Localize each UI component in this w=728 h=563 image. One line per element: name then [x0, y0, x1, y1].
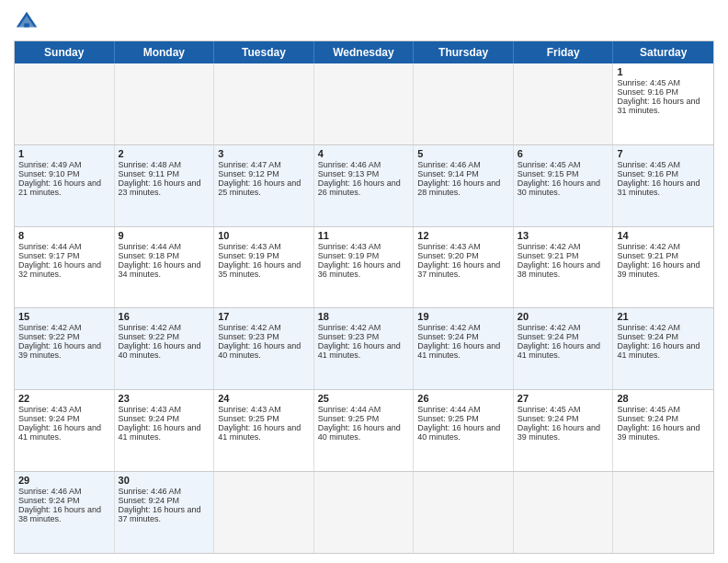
empty-cell: [514, 472, 614, 553]
day-cell-5: 5Sunrise: 4:46 AMSunset: 9:14 PMDaylight…: [414, 145, 514, 226]
daylight: Daylight: 16 hours and 40 minutes.: [218, 341, 301, 360]
day-cell-30: 30Sunrise: 4:46 AMSunset: 9:24 PMDayligh…: [115, 472, 215, 553]
day-number: 30: [119, 475, 210, 486]
sunrise: Sunrise: 4:44 AM: [119, 242, 182, 251]
sunset: Sunset: 9:19 PM: [318, 251, 380, 260]
sunset: Sunset: 9:25 PM: [318, 414, 380, 423]
daylight: Daylight: 16 hours and 41 minutes.: [18, 423, 101, 442]
sunrise: Sunrise: 4:47 AM: [218, 160, 281, 169]
daylight: Daylight: 16 hours and 21 minutes.: [18, 178, 101, 197]
page: SundayMondayTuesdayWednesdayThursdayFrid…: [0, 0, 728, 563]
daylight: Daylight: 16 hours and 41 minutes.: [318, 341, 401, 360]
sunset: Sunset: 9:17 PM: [18, 251, 80, 260]
header-day-friday: Friday: [514, 41, 614, 63]
sunset: Sunset: 9:24 PM: [119, 414, 180, 423]
empty-cell: [314, 63, 415, 144]
daylight: Daylight: 16 hours and 41 minutes.: [417, 341, 500, 360]
empty-cell: [514, 63, 614, 144]
sunset: Sunset: 9:18 PM: [119, 251, 180, 260]
sunset: Sunset: 9:16 PM: [617, 169, 678, 178]
day-number: 2: [119, 148, 210, 159]
day-number: 8: [18, 230, 110, 241]
sunrise: Sunrise: 4:45 AM: [518, 160, 581, 169]
daylight: Daylight: 16 hours and 35 minutes.: [218, 260, 301, 279]
day-number: 17: [218, 311, 310, 322]
sunrise: Sunrise: 4:42 AM: [518, 242, 581, 251]
daylight: Daylight: 16 hours and 39 minutes.: [617, 260, 700, 279]
daylight: Daylight: 16 hours and 39 minutes.: [617, 423, 700, 442]
sunrise: Sunrise: 4:46 AM: [18, 487, 82, 496]
sunset: Sunset: 9:25 PM: [417, 414, 479, 423]
daylight: Daylight: 16 hours and 31 minutes.: [617, 178, 700, 197]
sunset: Sunset: 9:24 PM: [518, 414, 579, 423]
sunrise: Sunrise: 4:42 AM: [318, 323, 381, 332]
calendar-row-1: 1Sunrise: 4:49 AMSunset: 9:10 PMDaylight…: [15, 144, 713, 226]
calendar-header: SundayMondayTuesdayWednesdayThursdayFrid…: [15, 41, 713, 63]
daylight: Daylight: 16 hours and 41 minutes.: [518, 341, 600, 360]
empty-cell: [214, 472, 314, 553]
day-number: 26: [417, 393, 509, 404]
day-number: 20: [518, 311, 609, 322]
day-cell-1: 1Sunrise: 4:49 AMSunset: 9:10 PMDaylight…: [15, 145, 115, 226]
daylight: Daylight: 16 hours and 37 minutes.: [417, 260, 500, 279]
daylight: Daylight: 16 hours and 38 minutes.: [518, 260, 600, 279]
day-cell-15: 15Sunrise: 4:42 AMSunset: 9:22 PMDayligh…: [15, 308, 115, 389]
header-day-monday: Monday: [115, 41, 215, 63]
sunset: Sunset: 9:16 PM: [617, 87, 678, 97]
empty-cell: [414, 472, 514, 553]
day-cell-3: 3Sunrise: 4:47 AMSunset: 9:12 PMDaylight…: [214, 145, 314, 226]
empty-cell: [115, 63, 215, 144]
sunrise: Sunrise: 4:44 AM: [318, 405, 381, 414]
empty-cell: [613, 472, 713, 553]
sunset: Sunset: 9:10 PM: [18, 169, 80, 178]
daylight: Daylight: 16 hours and 34 minutes.: [119, 260, 201, 279]
header-day-thursday: Thursday: [414, 41, 514, 63]
sunset: Sunset: 9:24 PM: [617, 332, 678, 341]
sunrise: Sunrise: 4:44 AM: [417, 405, 481, 414]
day-number: 13: [518, 230, 609, 241]
sunset: Sunset: 9:15 PM: [518, 169, 579, 178]
sunset: Sunset: 9:22 PM: [18, 332, 80, 341]
daylight: Daylight: 16 hours and 25 minutes.: [218, 178, 301, 197]
calendar-row-5: 29Sunrise: 4:46 AMSunset: 9:24 PMDayligh…: [15, 471, 713, 553]
sunrise: Sunrise: 4:43 AM: [119, 405, 182, 414]
day-cell-8: 8Sunrise: 4:44 AMSunset: 9:17 PMDaylight…: [15, 227, 115, 308]
day-number: 22: [18, 393, 110, 404]
empty-cell: [15, 63, 115, 144]
daylight: Daylight: 16 hours and 40 minutes.: [318, 423, 401, 442]
day-number: 10: [218, 230, 310, 241]
daylight: Daylight: 16 hours and 38 minutes.: [18, 505, 101, 523]
daylight: Daylight: 16 hours and 32 minutes.: [18, 260, 101, 279]
day-number: 7: [617, 148, 710, 159]
sunrise: Sunrise: 4:43 AM: [417, 242, 481, 251]
day-cell-12: 12Sunrise: 4:43 AMSunset: 9:20 PMDayligh…: [414, 227, 514, 308]
day-cell-23: 23Sunrise: 4:43 AMSunset: 9:24 PMDayligh…: [115, 390, 215, 471]
day-number: 19: [417, 311, 509, 322]
sunset: Sunset: 9:24 PM: [18, 496, 80, 505]
day-number: 14: [617, 230, 710, 241]
sunrise: Sunrise: 4:46 AM: [119, 487, 182, 496]
day-cell-14: 14Sunrise: 4:42 AMSunset: 9:21 PMDayligh…: [613, 227, 713, 308]
header-day-sunday: Sunday: [15, 41, 115, 63]
daylight: Daylight: 16 hours and 41 minutes.: [218, 423, 301, 442]
daylight: Daylight: 16 hours and 41 minutes.: [617, 341, 700, 360]
calendar-row-3: 15Sunrise: 4:42 AMSunset: 9:22 PMDayligh…: [15, 307, 713, 389]
day-cell-11: 11Sunrise: 4:43 AMSunset: 9:19 PMDayligh…: [314, 227, 415, 308]
empty-cell: [314, 472, 415, 553]
sunset: Sunset: 9:24 PM: [18, 414, 80, 423]
day-number: 27: [518, 393, 609, 404]
calendar-row-2: 8Sunrise: 4:44 AMSunset: 9:17 PMDaylight…: [15, 226, 713, 308]
daylight: Daylight: 16 hours and 36 minutes.: [318, 260, 401, 279]
day-number: 16: [119, 311, 210, 322]
sunset: Sunset: 9:24 PM: [417, 332, 479, 341]
day-cell-25: 25Sunrise: 4:44 AMSunset: 9:25 PMDayligh…: [314, 390, 415, 471]
day-cell-9: 9Sunrise: 4:44 AMSunset: 9:18 PMDaylight…: [115, 227, 215, 308]
sunset: Sunset: 9:21 PM: [518, 251, 579, 260]
daylight: Daylight: 16 hours and 41 minutes.: [119, 423, 201, 442]
sunrise: Sunrise: 4:43 AM: [218, 242, 281, 251]
day-number: 4: [318, 148, 410, 159]
empty-cell: [214, 63, 314, 144]
daylight: Daylight: 16 hours and 31 minutes.: [617, 97, 700, 115]
sunset: Sunset: 9:21 PM: [617, 251, 678, 260]
day-cell-21: 21Sunrise: 4:42 AMSunset: 9:24 PMDayligh…: [613, 308, 713, 389]
